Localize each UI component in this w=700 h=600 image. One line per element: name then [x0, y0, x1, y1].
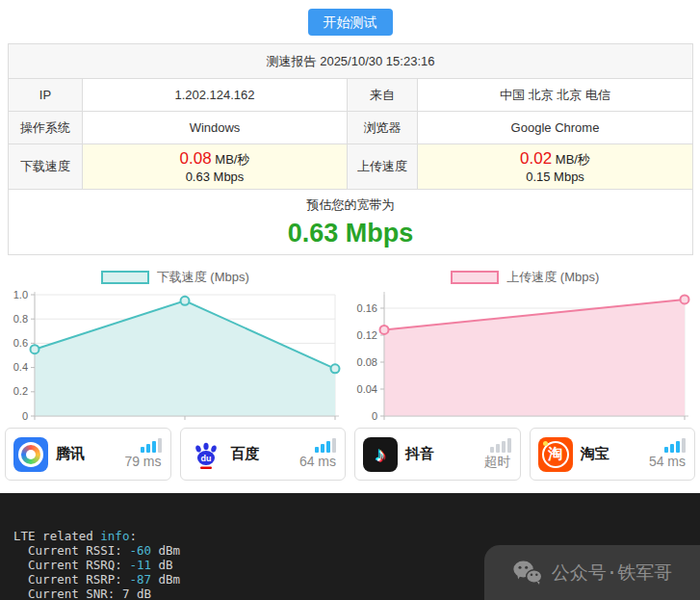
chart-area	[384, 300, 685, 416]
svg-text:du: du	[200, 454, 211, 463]
location-label: 来自	[348, 79, 418, 112]
top-bar: 开始测试	[0, 0, 700, 43]
terminal-line: LTE related info:	[13, 529, 700, 543]
ping-card-tencent: 腾讯79 ms	[5, 428, 171, 481]
upload-legend-label: 上传速度 (Mbps)	[506, 269, 599, 286]
ping-latency: 54 ms	[649, 455, 686, 469]
ping-cards-row: 腾讯79 msdu百度64 ms♪抖音超时淘淘宝54 ms	[0, 428, 700, 481]
ping-card-baidu: du百度64 ms	[180, 428, 347, 481]
data-point	[681, 295, 689, 303]
y-tick-label: 0.08	[357, 356, 377, 368]
y-tick-label: 0.6	[13, 337, 27, 349]
start-test-button[interactable]: 开始测试	[308, 9, 393, 36]
data-point	[180, 297, 189, 305]
download-speed-label: 下载速度	[9, 144, 83, 190]
y-tick-label: 0.04	[357, 383, 377, 395]
terminal-output: LTE related info: Current RSSI: -60 dBm …	[0, 493, 700, 600]
os-label: 操作系统	[9, 112, 83, 144]
ping-card-taobao: 淘淘宝54 ms	[530, 428, 696, 481]
signal-bars-icon	[664, 438, 686, 453]
upload-mb-value: 0.02	[520, 149, 552, 168]
ip-label: IP	[9, 79, 83, 112]
ping-latency: 超时	[484, 455, 511, 469]
download-mbps-value: 0.63 Mbps	[85, 170, 345, 184]
y-tick-label: 0.16	[357, 302, 377, 314]
location-value: 中国 北京 北京 电信	[418, 79, 693, 112]
ip-value: 1.202.124.162	[83, 79, 348, 112]
os-value: Windows	[83, 112, 348, 144]
upload-chart-block: 上传速度 (Mbps) 00.040.080.120.16	[350, 257, 700, 425]
taobao-icon: 淘	[538, 437, 573, 472]
signal-bars-icon	[315, 438, 336, 453]
ping-result: 64 ms	[299, 438, 336, 469]
download-chart-legend[interactable]: 下载速度 (Mbps)	[101, 269, 249, 286]
data-point	[380, 326, 389, 334]
y-tick-label: 0.12	[357, 329, 377, 341]
y-tick-label: 1.0	[13, 289, 27, 300]
ping-latency: 64 ms	[299, 455, 336, 469]
y-tick-label: 0.8	[13, 313, 27, 325]
download-speed-value: 0.08 MB/秒 0.63 Mbps	[83, 144, 348, 190]
ping-result: 超时	[484, 438, 511, 469]
baidu-icon: du	[189, 437, 223, 472]
watermark-text: 公众号·铁军哥	[552, 565, 672, 580]
bandwidth-estimate-label: 预估您的宽带为	[11, 196, 690, 214]
y-tick-label: 0.2	[13, 385, 27, 397]
ping-latency: 79 ms	[124, 455, 161, 469]
bandwidth-estimate-value: 0.63 Mbps	[11, 219, 690, 248]
browser-label: 浏览器	[348, 112, 418, 144]
upload-legend-swatch	[451, 271, 499, 284]
ping-card-name: 百度	[231, 445, 260, 463]
charts-row: 下载速度 (Mbps) 00.20.40.60.81.0 上传速度 (Mbps)…	[0, 257, 700, 425]
ping-result: 79 ms	[124, 438, 161, 469]
download-legend-swatch	[101, 271, 149, 284]
upload-speed-label: 上传速度	[348, 144, 418, 190]
download-speed-chart: 00.20.40.60.81.0	[4, 288, 347, 425]
wechat-icon	[512, 560, 543, 586]
download-mb-value: 0.08	[180, 149, 212, 168]
y-tick-label: 0	[22, 410, 28, 422]
download-mb-unit: MB/秒	[215, 152, 249, 167]
download-chart-block: 下载速度 (Mbps) 00.20.40.60.81.0	[0, 257, 350, 425]
ping-card-douyin: ♪抖音超时	[354, 428, 521, 481]
browser-value: Google Chrome	[418, 112, 693, 144]
bandwidth-estimate-cell: 预估您的宽带为 0.63 Mbps	[9, 190, 693, 255]
y-tick-label: 0.4	[13, 361, 27, 373]
data-point	[30, 345, 39, 353]
douyin-icon: ♪	[363, 437, 398, 472]
signal-bars-icon	[141, 438, 162, 453]
download-legend-label: 下载速度 (Mbps)	[157, 269, 249, 286]
data-point	[330, 364, 339, 373]
tencent-icon	[13, 437, 48, 472]
upload-speed-value: 0.02 MB/秒 0.15 Mbps	[418, 144, 693, 190]
upload-speed-chart: 00.040.080.120.16	[353, 288, 696, 425]
speed-report-table: 测速报告 2025/10/30 15:23:16 IP 1.202.124.16…	[8, 43, 693, 255]
ping-card-name: 淘宝	[581, 445, 609, 463]
watermark-badge: 公众号·铁军哥	[484, 545, 700, 600]
signal-bars-icon	[490, 438, 511, 453]
report-title: 测速报告 2025/10/30 15:23:16	[9, 44, 693, 79]
upload-mbps-value: 0.15 Mbps	[420, 170, 690, 184]
ping-card-name: 腾讯	[56, 445, 85, 463]
upload-mb-unit: MB/秒	[556, 152, 590, 167]
ping-result: 54 ms	[649, 438, 686, 469]
y-tick-label: 0	[372, 410, 377, 422]
ping-card-name: 抖音	[405, 445, 434, 463]
upload-chart-legend[interactable]: 上传速度 (Mbps)	[451, 269, 599, 286]
chart-area	[35, 300, 335, 416]
